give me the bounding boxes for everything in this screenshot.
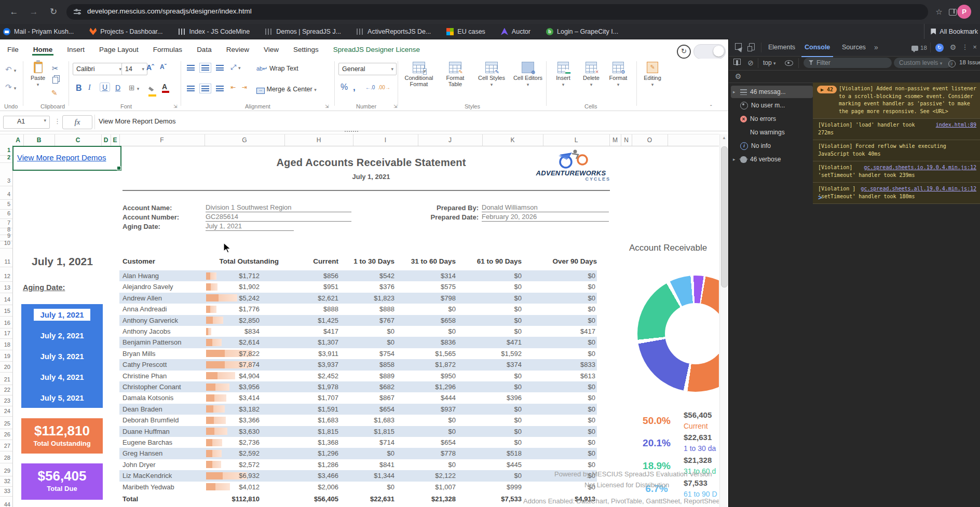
customer-cell[interactable]: Andrew Allen — [122, 294, 162, 302]
amount-cell[interactable]: $0 — [538, 383, 595, 391]
amount-cell[interactable]: $0 — [538, 272, 595, 280]
amount-cell[interactable]: $0 — [538, 350, 595, 358]
row-header-21[interactable]: 21 — [0, 376, 10, 382]
column-headers[interactable]: ABCDEFGHIJKLMNO — [0, 134, 719, 146]
amount-cell[interactable]: $0 — [465, 305, 522, 313]
amount-cell[interactable]: $0 — [337, 483, 394, 491]
amount-cell[interactable]: $7,822 — [202, 350, 260, 358]
amount-cell[interactable]: $654 — [337, 405, 394, 413]
total-amount-cell[interactable]: $56,405 — [281, 495, 338, 503]
row-header-3[interactable]: 3 — [0, 177, 10, 184]
bookmark-star-icon[interactable]: ☆ — [932, 5, 946, 19]
row-headers[interactable]: 1234567891011121314151617181920212223242… — [0, 145, 13, 507]
amount-cell[interactable]: $0 — [538, 294, 595, 302]
customer-cell[interactable]: Deborah Brumfield — [122, 416, 179, 424]
violation-count-badge[interactable]: ▶ 42 — [817, 86, 837, 93]
amount-cell[interactable]: $1,368 — [281, 439, 338, 446]
column-header-n[interactable]: N — [621, 134, 632, 146]
amount-cell[interactable]: $999 — [465, 483, 522, 491]
amount-cell[interactable]: $1,296 — [281, 449, 338, 457]
amount-cell[interactable]: $2,452 — [281, 372, 338, 380]
row-header-32[interactable]: 32 — [0, 478, 10, 484]
row-header-28[interactable]: 28 — [0, 455, 10, 461]
amount-cell[interactable]: $2,572 — [202, 461, 260, 469]
scroll-up-icon[interactable]: ▲ — [720, 135, 728, 140]
row-header-14[interactable]: 14 — [0, 296, 10, 303]
amount-cell[interactable]: $1,902 — [202, 283, 260, 291]
amount-cell[interactable]: $1,823 — [337, 294, 394, 302]
row-header-5[interactable]: 5 — [0, 201, 10, 207]
row-header-2[interactable]: 2 — [0, 154, 10, 160]
row-header-15[interactable]: 15 — [0, 308, 10, 314]
amount-cell[interactable]: $0 — [465, 383, 522, 391]
customer-cell[interactable]: Maribeth Yedwab — [122, 483, 174, 491]
column-header-d[interactable]: D — [101, 134, 111, 147]
customer-cell[interactable]: Eugene Barchas — [122, 439, 172, 446]
amount-cell[interactable]: $1,872 — [399, 361, 456, 368]
amount-cell[interactable]: $2,850 — [202, 317, 260, 324]
amount-cell[interactable]: $0 — [538, 405, 595, 413]
row-header-1[interactable]: 1 — [0, 147, 10, 153]
customer-cell[interactable]: Anna Andreadi — [122, 305, 167, 313]
amount-cell[interactable]: $3,937 — [281, 361, 338, 368]
amount-cell[interactable]: $7,874 — [202, 361, 260, 368]
row-header-13[interactable]: 13 — [0, 284, 10, 291]
amount-cell[interactable]: $867 — [337, 394, 394, 402]
customer-cell[interactable]: Christine Phan — [122, 372, 167, 380]
row-header-25[interactable]: 25 — [0, 420, 10, 427]
row-header-4[interactable]: 4 — [0, 191, 10, 197]
inspect-element-icon[interactable] — [734, 43, 742, 51]
customer-cell[interactable]: Liz MacKendrick — [122, 472, 172, 479]
console-filter-user[interactable]: No user m... — [731, 99, 813, 112]
more-tabs-icon[interactable]: » — [872, 43, 880, 51]
row-header-18[interactable]: 18 — [0, 341, 10, 348]
console-message[interactable]: ▶ 42[Violation] Added non-passive event … — [813, 83, 980, 119]
amount-cell[interactable]: $1,007 — [399, 483, 456, 491]
amount-cell[interactable]: $0 — [337, 327, 394, 335]
amount-cell[interactable]: $314 — [399, 272, 456, 280]
row-header-11[interactable]: 11 — [0, 258, 10, 265]
amount-cell[interactable]: $0 — [538, 449, 595, 457]
aging-date-option[interactable]: July 1, 2021 — [21, 304, 103, 325]
total-amount-cell[interactable]: $22,631 — [337, 495, 394, 503]
amount-cell[interactable]: $1,815 — [281, 428, 338, 435]
amount-cell[interactable]: $858 — [337, 361, 394, 368]
amount-cell[interactable]: $0 — [399, 305, 456, 313]
amount-cell[interactable]: $0 — [465, 317, 522, 324]
amount-cell[interactable]: $1,978 — [281, 383, 338, 391]
row-header-26[interactable]: 26 — [0, 431, 10, 437]
aging-date-option[interactable]: July 5, 2021 — [21, 387, 103, 408]
column-header-m[interactable]: M — [609, 134, 621, 146]
amount-cell[interactable]: $0 — [538, 416, 595, 424]
amount-cell[interactable]: $1,683 — [281, 416, 338, 424]
amount-cell[interactable]: $0 — [399, 327, 456, 335]
profile-avatar[interactable]: P — [957, 5, 971, 19]
amount-cell[interactable]: $0 — [465, 272, 522, 280]
amount-cell[interactable]: $0 — [538, 317, 595, 324]
amount-cell[interactable]: $1,286 — [281, 461, 338, 469]
amount-cell[interactable]: $767 — [337, 317, 394, 324]
console-filter-bug[interactable]: ▸46 verbose — [731, 153, 813, 166]
amount-cell[interactable]: $1,425 — [281, 317, 338, 324]
aging-date-option[interactable]: July 2, 2021 — [21, 325, 103, 346]
amount-cell[interactable]: $1,776 — [202, 305, 260, 313]
amount-cell[interactable]: $3,466 — [281, 472, 338, 479]
aging-date-option[interactable]: July 4, 2021 — [21, 366, 103, 387]
devtools-menu-icon[interactable]: ⋮ — [961, 43, 969, 51]
device-toolbar-icon[interactable] — [747, 43, 756, 51]
amount-cell[interactable]: $0 — [337, 449, 394, 457]
amount-cell[interactable]: $951 — [281, 283, 338, 291]
amount-cell[interactable]: $1,565 — [399, 350, 456, 358]
amount-cell[interactable]: $0 — [399, 461, 456, 469]
total-amount-cell[interactable]: $7,533 — [465, 495, 522, 503]
clear-console-icon[interactable]: ⊘ — [746, 59, 755, 67]
amount-cell[interactable]: $3,956 — [202, 383, 260, 391]
row-header-29[interactable]: 29 — [0, 468, 10, 474]
amount-cell[interactable]: $1,683 — [337, 416, 394, 424]
customer-cell[interactable]: Alejandro Savely — [122, 283, 173, 291]
amount-cell[interactable]: $0 — [465, 428, 522, 435]
row-header-23[interactable]: 23 — [0, 398, 10, 404]
amount-cell[interactable]: $575 — [399, 283, 456, 291]
amount-cell[interactable]: $1,591 — [281, 405, 338, 413]
amount-cell[interactable]: $833 — [538, 361, 595, 368]
